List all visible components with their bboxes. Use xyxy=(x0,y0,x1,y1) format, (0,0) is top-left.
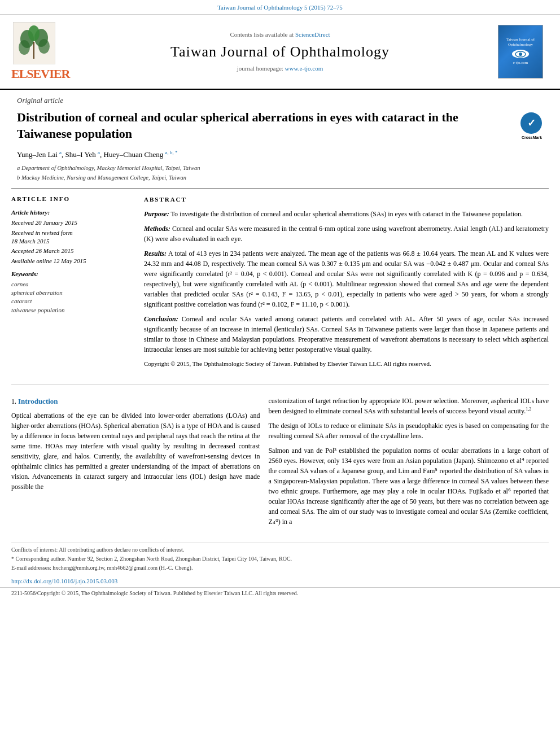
journal-thumb-title: Taiwan Journal ofOphthalmology xyxy=(506,37,535,47)
article-info-abstract: ARTICLE INFO Article history: Received 2… xyxy=(0,189,560,378)
date-received: Received 20 January 2015 xyxy=(11,219,135,227)
affiliation-1: a Department of Ophthalmology, Mackay Me… xyxy=(17,164,543,173)
elsevier-logo-area: ELSEVIER xyxy=(11,20,62,83)
crossmark-icon: ✓ xyxy=(520,112,542,134)
methods-label: Methods: xyxy=(144,225,170,233)
eye-icon xyxy=(515,51,526,58)
keyword-2: spherical aberration xyxy=(11,289,135,297)
bottom-bar: 2211-5056/Copyright © 2015, The Ophthalm… xyxy=(0,587,560,599)
intro-para-2: customization of target refraction by ap… xyxy=(268,396,549,416)
keyword-4: taiwanese population xyxy=(11,306,135,314)
top-bar: Taiwan Journal of Ophthalmology 5 (2015)… xyxy=(0,0,560,15)
elsevier-tree-icon xyxy=(13,22,55,64)
body-divider xyxy=(11,384,549,385)
corresponding-note: * Corresponding author. Number 92, Secti… xyxy=(11,555,549,563)
article-info-col: ARTICLE INFO Article history: Received 2… xyxy=(11,195,135,373)
introduction-header: 1. Introduction xyxy=(11,396,260,407)
keywords-title: Keywords: xyxy=(11,270,135,278)
date-online: Available online 12 May 2015 xyxy=(11,257,135,265)
affiliation-2: b Mackay Medicine, Nursing and Managemen… xyxy=(17,174,543,182)
journal-header: ELSEVIER Contents lists available at Sci… xyxy=(0,15,560,90)
journal-thumbnail: Taiwan Journal ofOphthalmology e-tjo.com xyxy=(498,25,543,78)
article-title-text: Distribution of corneal and ocular spher… xyxy=(17,110,515,142)
abstract-conclusion: Conclusion: Corneal and ocular SAs varie… xyxy=(144,314,549,355)
main-body: 1. Introduction Optical aberrations of t… xyxy=(0,390,560,537)
science-direct-link[interactable]: ScienceDirect xyxy=(295,31,330,38)
history-title: Article history: xyxy=(11,208,135,217)
abstract-purpose: Purpose: To investigate the distribution… xyxy=(144,209,549,219)
svg-point-5 xyxy=(38,39,50,54)
date-revised: 18 March 2015 xyxy=(11,237,135,246)
conflict-note: Conflicts of interest: All contributing … xyxy=(11,546,549,554)
intro-para-3: The design of IOLs to reduce or eliminat… xyxy=(268,421,549,441)
intro-para-1: Optical aberrations of the eye can be di… xyxy=(11,410,260,492)
elsevier-name: ELSEVIER xyxy=(11,65,62,83)
svg-point-4 xyxy=(19,40,30,55)
thumb-text: e-tjo.com xyxy=(513,60,528,66)
affiliations: a Department of Ophthalmology, Mackay Me… xyxy=(0,163,560,189)
journal-thumbnail-area: Taiwan Journal ofOphthalmology e-tjo.com xyxy=(498,25,549,78)
date-accepted: Accepted 26 March 2015 xyxy=(11,247,135,255)
date-revised-label: Received in revised form xyxy=(11,229,135,237)
body-col-right: customization of target refraction by ap… xyxy=(268,396,549,531)
journal-main-title: Taiwan Journal of Ophthalmology xyxy=(68,42,492,62)
author-2: Shu–I Yeh xyxy=(65,150,96,159)
keyword-3: cataract xyxy=(11,297,135,305)
abstract-results: Results: A total of 413 eyes in 234 pati… xyxy=(144,248,549,309)
body-col-left: 1. Introduction Optical aberrations of t… xyxy=(11,396,260,531)
authors-line: Yung–Jen Lai a, Shu–I Yeh a, Huey–Chuan … xyxy=(0,147,560,164)
abstract-copyright: Copyright © 2015, The Ophthalmologic Soc… xyxy=(144,359,549,369)
results-label: Results: xyxy=(144,250,167,257)
journal-citation: Taiwan Journal of Ophthalmology 5 (2015)… xyxy=(217,4,343,11)
section-number: 1. xyxy=(11,397,16,405)
abstract-col: ABSTRACT Purpose: To investigate the dis… xyxy=(144,195,549,373)
journal-homepage-line: journal homepage: www.e-tjo.com xyxy=(68,64,492,73)
purpose-label: Purpose: xyxy=(144,210,169,218)
intro-para-4: Salmon and van de Pol³ established the p… xyxy=(268,445,549,527)
author-3: Huey–Chuan Cheng xyxy=(104,150,164,159)
journal-header-center: Contents lists available at ScienceDirec… xyxy=(68,30,492,73)
crossmark-label: CrossMark xyxy=(520,135,543,140)
email-note: E-mail addresses: hxcheng@mmh.org.tw, mn… xyxy=(11,564,549,572)
svg-point-3 xyxy=(28,25,40,41)
abstract-methods: Methods: Corneal and ocular SAs were mea… xyxy=(144,224,549,244)
journal-homepage-link[interactable]: www.e-tjo.com xyxy=(285,65,323,72)
keyword-1: cornea xyxy=(11,280,135,289)
article-info-header: ARTICLE INFO xyxy=(11,195,135,203)
section-title: Introduction xyxy=(18,397,58,405)
author-1: Yung–Jen Lai xyxy=(17,150,58,159)
ref-1-2: 1,2 xyxy=(526,407,531,412)
article-title-row: Distribution of corneal and ocular spher… xyxy=(0,107,560,146)
doi-line: http://dx.doi.org/10.1016/j.tjo.2015.03.… xyxy=(0,575,560,587)
crossmark-badge: ✓ CrossMark xyxy=(520,112,543,135)
journal-thumb-eye xyxy=(512,50,529,58)
conclusion-label: Conclusion: xyxy=(144,315,178,323)
article-type: Original article xyxy=(0,90,560,107)
footnotes-area: Conflicts of interest: All contributing … xyxy=(11,543,549,572)
abstract-header: ABSTRACT xyxy=(144,195,549,204)
science-direct-label: Contents lists available at ScienceDirec… xyxy=(68,30,492,39)
doi-link[interactable]: http://dx.doi.org/10.1016/j.tjo.2015.03.… xyxy=(11,578,117,584)
svg-point-7 xyxy=(519,53,522,56)
